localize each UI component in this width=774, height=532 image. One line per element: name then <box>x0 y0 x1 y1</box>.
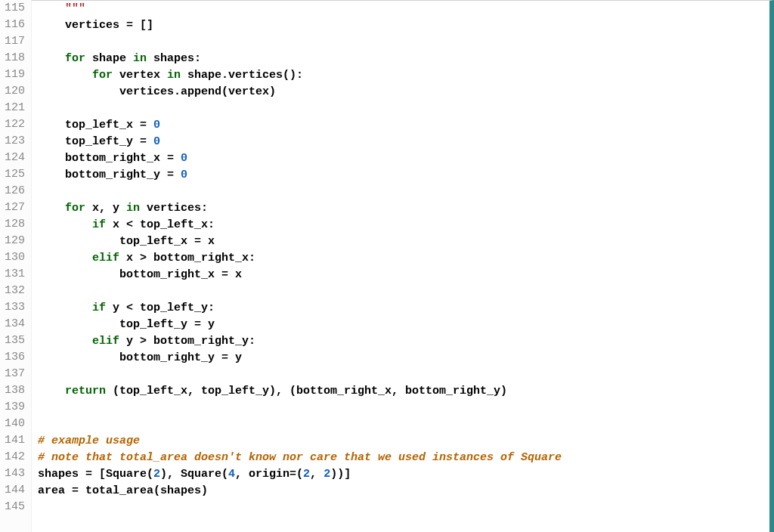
token-var: x > bottom_right_x: <box>119 252 255 264</box>
token-kw: elif <box>92 335 119 348</box>
token-cmt: # example usage <box>38 435 140 447</box>
token-num: 4 <box>228 468 235 481</box>
token-kw: for <box>92 69 113 82</box>
token-var: y > bottom_right_y: <box>119 335 255 348</box>
code-line: for vertex in shape.vertices(): <box>38 67 769 84</box>
token-num: 2 <box>303 468 310 481</box>
token-var: shape <box>85 52 133 65</box>
code-line <box>38 101 769 117</box>
code-line <box>38 500 769 516</box>
code-line: elif x > bottom_right_x: <box>38 250 769 267</box>
token-var: bottom_right_x = <box>65 152 181 165</box>
code-line <box>38 367 769 383</box>
code-line: bottom_right_y = 0 <box>38 167 769 184</box>
line-number: 128 <box>0 216 25 233</box>
token-kw: in <box>126 202 140 215</box>
line-number: 143 <box>0 466 25 482</box>
token-str: """ <box>65 2 85 15</box>
token-kw: elif <box>92 252 119 264</box>
code-line: if y < top_left_y: <box>38 300 769 317</box>
line-number: 116 <box>0 17 25 33</box>
token-var: vertex <box>113 69 167 82</box>
line-number: 124 <box>0 150 25 166</box>
code-line <box>38 34 769 51</box>
token-num: 2 <box>324 468 330 481</box>
token-kw: for <box>65 202 85 215</box>
line-number: 142 <box>0 449 25 466</box>
token-num: 0 <box>181 152 187 165</box>
code-line: # note that total_area doesn't know nor … <box>38 450 769 466</box>
line-number: 135 <box>0 332 25 349</box>
line-number: 137 <box>0 366 25 382</box>
code-line: top_left_x = 0 <box>38 117 769 134</box>
code-line: vertices = [] <box>38 17 769 34</box>
token-var: top_left_x = <box>65 119 153 131</box>
code-line: bottom_right_x = 0 <box>38 150 769 167</box>
line-number: 139 <box>0 399 25 416</box>
line-number: 125 <box>0 166 25 183</box>
token-var: area = total_area(shapes) <box>38 484 208 497</box>
code-line: top_left_x = x <box>38 234 769 250</box>
token-var: , <box>310 468 324 481</box>
code-line: # example usage <box>38 433 769 450</box>
line-number: 141 <box>0 432 25 449</box>
line-number: 127 <box>0 200 25 216</box>
line-number: 131 <box>0 266 25 283</box>
token-var: vertices.append(vertex) <box>119 85 276 98</box>
token-kw: in <box>133 52 147 65</box>
code-line <box>38 283 769 300</box>
line-number: 145 <box>0 499 25 515</box>
token-kw: if <box>92 218 106 231</box>
code-editor: 1151161171181191201211221231241251261271… <box>0 0 774 532</box>
line-number: 118 <box>0 50 25 66</box>
token-var: shapes = [Square( <box>38 468 153 481</box>
token-cmt: # note that total_area doesn't know nor … <box>38 451 562 464</box>
line-number: 122 <box>0 116 25 133</box>
token-var: top_left_y = y <box>119 318 215 331</box>
code-line: top_left_y = 0 <box>38 134 769 150</box>
token-var: top_left_x = x <box>119 235 215 248</box>
code-line: top_left_y = y <box>38 317 769 333</box>
line-number: 136 <box>0 349 25 366</box>
code-area[interactable]: """ vertices = [] for shape in shapes: f… <box>32 0 774 532</box>
code-line: if x < top_left_x: <box>38 217 769 234</box>
code-line: for shape in shapes: <box>38 51 769 67</box>
token-kw: for <box>65 52 85 65</box>
token-var: ))] <box>330 468 351 481</box>
code-line: elif y > bottom_right_y: <box>38 333 769 350</box>
line-number: 119 <box>0 66 25 83</box>
token-var: (top_left_x, top_left_y), (bottom_right_… <box>106 385 507 397</box>
code-line: for x, y in vertices: <box>38 200 769 217</box>
line-number: 134 <box>0 316 25 332</box>
code-line <box>38 416 769 433</box>
token-var: vertices: <box>140 202 208 215</box>
line-number: 132 <box>0 283 25 299</box>
token-kw: in <box>167 69 181 82</box>
token-var: top_left_y = <box>65 135 153 148</box>
line-number: 129 <box>0 233 25 249</box>
code-line: vertices.append(vertex) <box>38 84 769 101</box>
code-line: area = total_area(shapes) <box>38 483 769 500</box>
line-number: 126 <box>0 183 25 200</box>
token-var: x < top_left_x: <box>106 218 215 231</box>
token-num: 0 <box>153 135 160 148</box>
token-var: bottom_right_y = <box>65 169 181 181</box>
token-var: bottom_right_x = x <box>119 268 242 281</box>
line-number: 117 <box>0 33 25 50</box>
line-number: 121 <box>0 100 25 116</box>
line-number: 123 <box>0 133 25 150</box>
token-var: bottom_right_y = y <box>119 351 242 364</box>
token-var: vertices = [] <box>65 19 153 32</box>
token-num: 0 <box>181 169 187 181</box>
code-line <box>38 400 769 416</box>
token-num: 2 <box>153 468 160 481</box>
token-var: ), Square( <box>160 468 228 481</box>
token-kw: return <box>65 385 106 397</box>
token-var: y < top_left_y: <box>106 302 215 314</box>
code-line: bottom_right_y = y <box>38 350 769 367</box>
token-var: , origin=( <box>235 468 303 481</box>
code-line <box>38 184 769 200</box>
token-kw: if <box>92 302 106 314</box>
line-number-gutter: 1151161171181191201211221231241251261271… <box>0 0 32 532</box>
line-number: 130 <box>0 249 25 266</box>
